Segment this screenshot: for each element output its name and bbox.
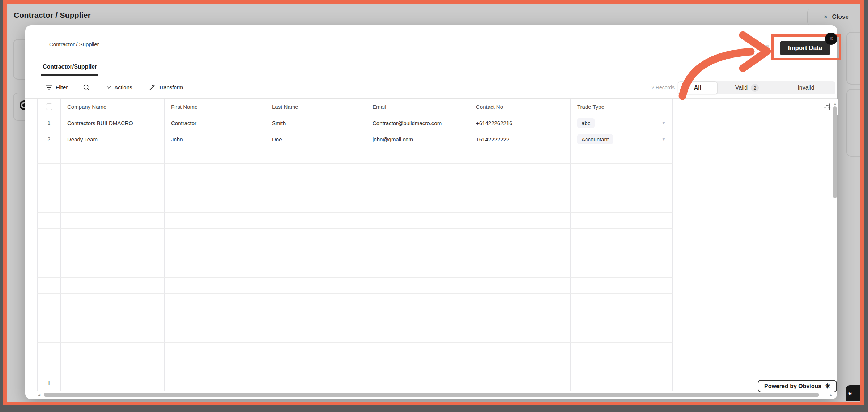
- segment-invalid[interactable]: Invalid: [776, 81, 835, 94]
- trade-type-chip[interactable]: abc: [577, 118, 595, 128]
- cell[interactable]: [265, 180, 366, 196]
- cell[interactable]: [265, 359, 366, 375]
- column-header[interactable]: First Name: [165, 99, 265, 115]
- cell[interactable]: Contractor: [165, 115, 265, 131]
- trade-type-cell[interactable]: [571, 326, 673, 343]
- cell[interactable]: [265, 229, 366, 245]
- cell[interactable]: john@gmail.com: [366, 131, 469, 147]
- cell[interactable]: [165, 294, 265, 310]
- cell[interactable]: [366, 343, 469, 359]
- trade-type-cell[interactable]: [571, 180, 673, 196]
- trade-type-cell[interactable]: abc▼: [571, 115, 673, 131]
- cell[interactable]: [366, 213, 469, 229]
- trade-type-chip[interactable]: Accountant: [577, 134, 613, 144]
- filter-button[interactable]: Filter: [46, 84, 68, 91]
- scroll-left-arrow[interactable]: ◂: [38, 393, 40, 397]
- vertical-scrollbar[interactable]: ▲ ▼: [833, 102, 837, 392]
- cell[interactable]: [366, 375, 469, 391]
- cell[interactable]: [265, 310, 366, 326]
- cell[interactable]: [366, 164, 469, 180]
- cell[interactable]: [469, 326, 571, 343]
- cell[interactable]: [469, 310, 571, 326]
- cell[interactable]: [165, 326, 265, 343]
- cell[interactable]: [469, 245, 571, 261]
- cell[interactable]: [61, 229, 165, 245]
- column-header[interactable]: Last Name: [265, 99, 366, 115]
- trade-type-cell[interactable]: [571, 164, 673, 180]
- trade-type-cell[interactable]: [571, 310, 673, 326]
- cell[interactable]: [165, 213, 265, 229]
- column-header[interactable]: Email: [366, 99, 469, 115]
- cell[interactable]: Contractors BUILDMACRO: [61, 115, 165, 131]
- horizontal-scroll-thumb[interactable]: [44, 393, 819, 397]
- actions-menu[interactable]: Actions: [107, 84, 132, 90]
- cell[interactable]: [165, 164, 265, 180]
- cell[interactable]: [165, 261, 265, 278]
- segment-valid[interactable]: Valid 2: [718, 81, 776, 94]
- cell[interactable]: [366, 359, 469, 375]
- cell[interactable]: [366, 278, 469, 294]
- cell[interactable]: [265, 343, 366, 359]
- trade-type-cell[interactable]: [571, 278, 673, 294]
- trade-type-cell[interactable]: [571, 213, 673, 229]
- column-header[interactable]: Contact No: [469, 99, 571, 115]
- cell[interactable]: [366, 326, 469, 343]
- add-row-button[interactable]: +: [47, 379, 51, 387]
- cell[interactable]: [61, 278, 165, 294]
- cell[interactable]: [165, 147, 265, 164]
- cell[interactable]: [61, 294, 165, 310]
- cell[interactable]: [469, 375, 571, 391]
- cell[interactable]: [61, 180, 165, 196]
- transform-button[interactable]: Transform: [148, 84, 183, 91]
- cell[interactable]: [469, 294, 571, 310]
- trade-type-cell[interactable]: [571, 245, 673, 261]
- trade-type-cell[interactable]: [571, 294, 673, 310]
- cell[interactable]: Smith: [265, 115, 366, 131]
- powered-by-badge[interactable]: Powered by Obvious ❋: [758, 380, 837, 392]
- cell[interactable]: [366, 245, 469, 261]
- search-button[interactable]: [83, 84, 90, 91]
- cell[interactable]: [265, 326, 366, 343]
- vertical-scroll-thumb[interactable]: [833, 106, 837, 198]
- cell[interactable]: +6142222222: [469, 131, 571, 147]
- scroll-up-arrow[interactable]: ▲: [833, 102, 837, 106]
- cell[interactable]: [61, 261, 165, 278]
- cell[interactable]: [469, 343, 571, 359]
- cell[interactable]: [265, 147, 366, 164]
- cell[interactable]: [61, 310, 165, 326]
- cell[interactable]: [469, 213, 571, 229]
- cell[interactable]: [265, 278, 366, 294]
- cell[interactable]: [61, 164, 165, 180]
- trade-type-cell[interactable]: [571, 229, 673, 245]
- cell[interactable]: [469, 196, 571, 213]
- cell[interactable]: Contractor@buildmacro.com: [366, 115, 469, 131]
- cell[interactable]: [61, 147, 165, 164]
- modal-close-button[interactable]: ×: [825, 33, 837, 45]
- cell[interactable]: [61, 213, 165, 229]
- cell[interactable]: [366, 294, 469, 310]
- cell[interactable]: Doe: [265, 131, 366, 147]
- cell[interactable]: [165, 196, 265, 213]
- tab-contractor-supplier[interactable]: Contractor/Supplier: [43, 64, 97, 70]
- cell[interactable]: [469, 229, 571, 245]
- cell[interactable]: [61, 359, 165, 375]
- trade-type-cell[interactable]: [571, 147, 673, 164]
- cell[interactable]: +61422262216: [469, 115, 571, 131]
- horizontal-scrollbar[interactable]: ◂ ▸: [37, 392, 835, 398]
- cell[interactable]: [265, 245, 366, 261]
- cell[interactable]: [469, 359, 571, 375]
- cell[interactable]: John: [165, 131, 265, 147]
- trade-type-cell[interactable]: [571, 196, 673, 213]
- cell[interactable]: [366, 310, 469, 326]
- cell[interactable]: [265, 164, 366, 180]
- trade-type-cell[interactable]: [571, 343, 673, 359]
- cell[interactable]: [265, 294, 366, 310]
- import-data-button[interactable]: Import Data: [780, 41, 830, 55]
- trade-type-cell[interactable]: Accountant▼: [571, 131, 673, 147]
- cell[interactable]: [165, 180, 265, 196]
- cell[interactable]: [165, 343, 265, 359]
- scroll-right-arrow[interactable]: ▸: [830, 393, 832, 397]
- cell[interactable]: [165, 229, 265, 245]
- trade-type-cell[interactable]: [571, 375, 673, 391]
- segment-all[interactable]: All: [678, 81, 718, 94]
